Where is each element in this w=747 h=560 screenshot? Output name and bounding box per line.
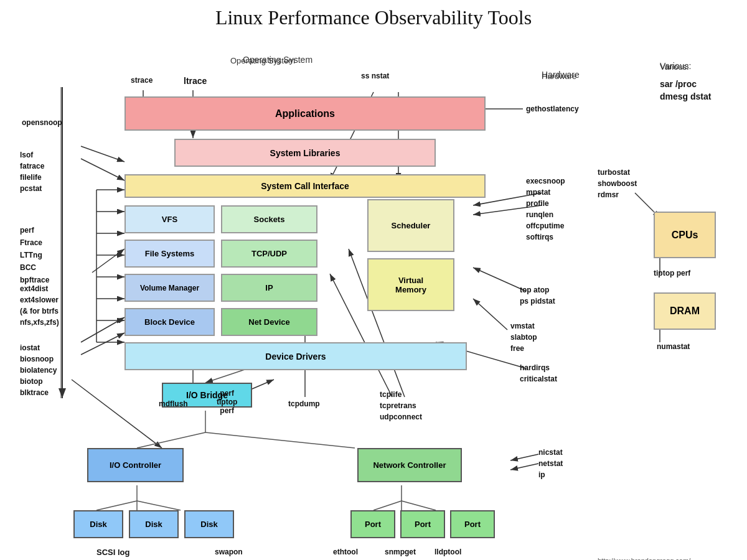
- lsof-group-label: lsof fatrace filelife pcstat: [20, 149, 44, 194]
- scheduler-box: Scheduler: [367, 199, 454, 252]
- snmpget-label: snmpget: [385, 548, 416, 556]
- svg-line-32: [473, 268, 526, 291]
- perf-tiptop-label: perf tiptop perf: [217, 389, 237, 415]
- volume-manager-box: Volume Manager: [125, 274, 215, 302]
- scsi-log-label: SCSI log: [96, 548, 129, 557]
- svg-line-19: [81, 159, 125, 180]
- lldptool-label: lldptool: [435, 548, 461, 556]
- vmstat-group-label: vmstat slabtop free: [510, 320, 537, 354]
- vfs-box: VFS: [125, 205, 215, 233]
- svg-line-21: [81, 317, 125, 342]
- ext4-group-label: ext4dist ext4slower (& for btrfs nfs,xfs…: [20, 283, 59, 328]
- sockets-box: Sockets: [221, 205, 317, 233]
- ltrace-label: ltrace: [184, 76, 207, 86]
- various-tools-label: sar /proc dmesg dstat: [660, 78, 711, 103]
- system-libraries-box: System Libraries: [174, 139, 436, 167]
- net-device-box: Net Device: [221, 308, 317, 336]
- perf-group-label: perf Ftrace LTTng BCC bpftrace: [20, 224, 49, 286]
- main-container: Linux Performance Observability Tools: [0, 0, 747, 560]
- swapon-label: swapon: [215, 548, 243, 556]
- svg-line-49: [137, 501, 181, 510]
- various-section-label: Various:: [660, 61, 691, 71]
- gethostlatency-label: gethostlatency: [526, 105, 579, 113]
- page-title: Linux Performance Observability Tools: [0, 0, 747, 29]
- tcpdump-label: tcpdump: [288, 399, 320, 408]
- applications-box: Applications: [125, 96, 486, 131]
- disk3-box: Disk: [184, 510, 234, 538]
- svg-line-20: [92, 249, 125, 273]
- port1-box: Port: [350, 510, 395, 538]
- svg-line-22: [81, 333, 125, 355]
- ip-box: IP: [221, 274, 317, 302]
- syscall-interface-box: System Call Interface: [125, 174, 486, 198]
- top-group-label: top atop ps pidstat: [520, 284, 555, 307]
- device-drivers-box: Device Drivers: [125, 342, 467, 370]
- cpus-box: CPUs: [654, 212, 716, 258]
- tcp-group-label: tcplife tcpretrans udpconnect: [380, 389, 422, 422]
- svg-line-40: [137, 432, 205, 448]
- svg-line-18: [81, 146, 125, 162]
- svg-line-43: [374, 501, 402, 510]
- opensnoop-label: opensnoop: [22, 118, 62, 127]
- bio-group-label: iostat biosnoop biolatency biotop blktra…: [20, 342, 57, 398]
- hardirqs-group-label: hardirqs criticalstat: [520, 362, 557, 385]
- os-section-label: Operating System: [243, 55, 312, 65]
- execsnoop-group-label: execsnoop mpstat profile runqlen offcput…: [526, 175, 565, 243]
- svg-line-37: [510, 454, 538, 460]
- block-device-box: Block Device: [125, 308, 215, 336]
- tcpudp-box: TCP/UDP: [221, 240, 317, 268]
- svg-line-41: [205, 432, 355, 448]
- svg-line-38: [510, 464, 538, 470]
- disk2-box: Disk: [129, 510, 179, 538]
- svg-line-23: [72, 380, 162, 448]
- port2-box: Port: [400, 510, 445, 538]
- website-label: http://www.brendangregg.com/ linuxperf.h…: [598, 557, 690, 560]
- io-controller-box: I/O Controller: [87, 448, 184, 482]
- strace-label: strace: [131, 76, 153, 85]
- svg-line-29: [473, 299, 507, 330]
- turbostat-group-label: turbostat showboost rdmsr: [598, 167, 637, 200]
- diagram: Operating System Hardware Various: Appli…: [0, 37, 747, 560]
- filesystem-box: File Systems: [125, 240, 215, 268]
- ethtool-label: ethtool: [333, 548, 358, 556]
- numastat-label: numastat: [657, 342, 690, 351]
- hardware-section-label: Hardware: [542, 70, 580, 80]
- nicstat-group-label: nicstat netstat ip: [538, 447, 563, 480]
- svg-line-47: [96, 501, 137, 510]
- net-controller-box: Network Controller: [357, 448, 462, 482]
- dram-box: DRAM: [654, 292, 716, 330]
- tiptop-group-label: tiptop perf: [654, 268, 690, 279]
- virtual-memory-box: Virtual Memory: [367, 258, 454, 311]
- ss-nstat-label: ss nstat: [361, 72, 389, 80]
- port3-box: Port: [450, 510, 495, 538]
- svg-line-45: [402, 501, 436, 510]
- disk1-box: Disk: [73, 510, 123, 538]
- mdflush-label: mdflush: [159, 399, 188, 408]
